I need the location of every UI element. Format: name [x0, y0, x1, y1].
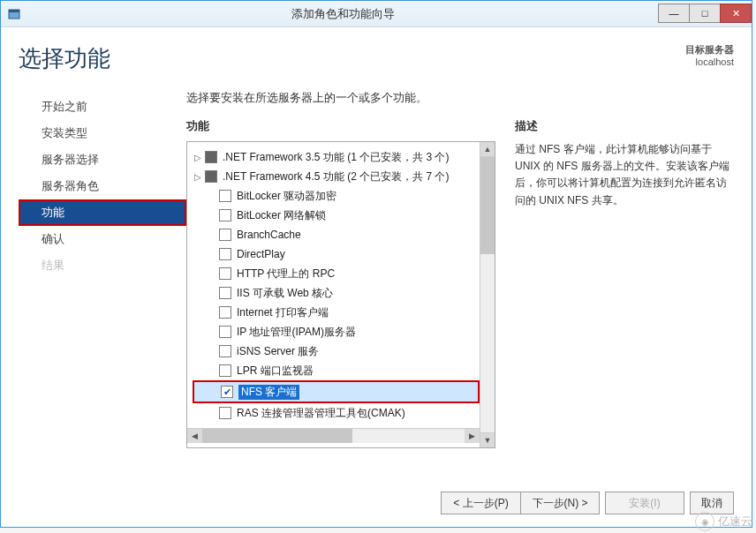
checkbox[interactable] — [219, 306, 231, 319]
scroll-up-icon[interactable]: ▲ — [480, 142, 495, 157]
target-server-value: localhost — [685, 56, 734, 67]
scroll-left-icon[interactable]: ◀ — [187, 429, 202, 443]
features-tree-container: ▷.NET Framework 3.5 功能 (1 个已安装，共 3 个)▷.N… — [186, 141, 495, 448]
checkbox[interactable] — [219, 190, 231, 202]
checkbox[interactable] — [219, 287, 231, 299]
window-title: 添加角色和功能向导 — [27, 6, 659, 22]
checkbox[interactable] — [221, 386, 233, 398]
body-row: 开始之前 安装类型 服务器选择 服务器角色 功能 确认 结果 选择要安装在所选服… — [19, 90, 734, 514]
tree-item-label: HTTP 代理上的 RPC — [237, 266, 335, 282]
checkbox[interactable] — [219, 407, 231, 419]
wizard-window: 添加角色和功能向导 — □ ✕ 选择功能 目标服务器 localhost 开始之… — [0, 0, 752, 528]
sidebar-item-confirm[interactable]: 确认 — [19, 226, 186, 252]
horizontal-scrollbar[interactable]: ◀ ▶ — [187, 428, 480, 443]
tree-item-label: iSNS Server 服务 — [237, 344, 319, 359]
tree-row[interactable]: NFS 客户端 — [194, 382, 478, 402]
tree-item-label: IIS 可承载 Web 核心 — [237, 286, 333, 301]
nav-button-group: < 上一步(P) 下一步(N) > — [441, 492, 600, 514]
description-column: 描述 通过 NFS 客户端，此计算机能够访问基于 UNIX 的 NFS 服务器上… — [495, 118, 734, 479]
features-column: 功能 ▷.NET Framework 3.5 功能 (1 个已安装，共 3 个)… — [186, 118, 495, 479]
previous-button[interactable]: < 上一步(P) — [441, 492, 520, 514]
target-server-box: 目标服务器 localhost — [685, 43, 734, 67]
checkbox[interactable] — [219, 326, 231, 338]
minimize-button[interactable]: — — [658, 4, 690, 23]
columns: 功能 ▷.NET Framework 3.5 功能 (1 个已安装，共 3 个)… — [186, 118, 734, 479]
tree-item-label: BitLocker 网络解锁 — [237, 208, 326, 223]
instruction-text: 选择要安装在所选服务器上的一个或多个功能。 — [186, 90, 734, 106]
features-tree-scroll: ▷.NET Framework 3.5 功能 (1 个已安装，共 3 个)▷.N… — [187, 142, 480, 447]
checkbox[interactable] — [219, 209, 231, 221]
tree-item-label: IP 地址管理(IPAM)服务器 — [237, 325, 356, 340]
app-icon — [1, 8, 27, 20]
checkbox[interactable] — [205, 170, 217, 183]
tree-row[interactable]: DirectPlay — [193, 244, 480, 264]
tree-item-label: RAS 连接管理器管理工具包(CMAK) — [237, 406, 405, 421]
expander-icon[interactable]: ▷ — [193, 172, 203, 182]
tree-row[interactable]: RAS 连接管理器管理工具包(CMAK) — [193, 403, 480, 423]
sidebar-item-server-roles[interactable]: 服务器角色 — [19, 173, 186, 199]
checkbox[interactable] — [219, 364, 231, 377]
tree-row[interactable]: LPR 端口监视器 — [193, 361, 480, 380]
h-scroll-thumb[interactable] — [202, 429, 352, 443]
cancel-button[interactable]: 取消 — [690, 492, 734, 514]
footer-buttons: < 上一步(P) 下一步(N) > 安装(I) 取消 — [186, 479, 734, 514]
scroll-down-icon[interactable]: ▼ — [480, 432, 495, 447]
main-panel: 选择要安装在所选服务器上的一个或多个功能。 功能 ▷.NET Framework… — [186, 90, 734, 514]
tree-row[interactable]: BitLocker 网络解锁 — [193, 206, 480, 225]
tree-row[interactable]: BitLocker 驱动器加密 — [193, 186, 480, 206]
vertical-scrollbar[interactable]: ▲ ▼ — [480, 142, 495, 447]
sidebar-item-server-select[interactable]: 服务器选择 — [19, 146, 186, 173]
checkbox[interactable] — [219, 345, 231, 357]
content-area: 选择功能 目标服务器 localhost 开始之前 安装类型 服务器选择 服务器… — [1, 27, 752, 527]
highlighted-selection: NFS 客户端 — [193, 380, 480, 403]
titlebar: 添加角色和功能向导 — □ ✕ — [1, 1, 752, 27]
sidebar-item-results: 结果 — [19, 252, 186, 279]
features-tree[interactable]: ▷.NET Framework 3.5 功能 (1 个已安装，共 3 个)▷.N… — [187, 142, 480, 428]
checkbox[interactable] — [205, 151, 217, 163]
tree-item-label: BranchCache — [237, 229, 301, 241]
tree-row[interactable]: ▷.NET Framework 3.5 功能 (1 个已安装，共 3 个) — [193, 147, 480, 167]
tree-row[interactable]: HTTP 代理上的 RPC — [193, 264, 480, 283]
description-label: 描述 — [515, 118, 734, 134]
sidebar-item-features[interactable]: 功能 — [19, 199, 186, 226]
tree-row[interactable]: iSNS Server 服务 — [193, 342, 480, 361]
close-button[interactable]: ✕ — [720, 4, 752, 23]
svg-rect-1 — [9, 10, 19, 12]
tree-row[interactable]: BranchCache — [193, 225, 480, 244]
page-title: 选择功能 — [19, 43, 110, 74]
tree-row[interactable]: Internet 打印客户端 — [193, 303, 480, 322]
target-server-label: 目标服务器 — [685, 43, 734, 56]
description-text: 通过 NFS 客户端，此计算机能够访问基于 UNIX 的 NFS 服务器上的文件… — [515, 141, 734, 209]
install-button: 安装(I) — [605, 492, 684, 514]
tree-item-label: Internet 打印客户端 — [237, 305, 329, 320]
tree-row[interactable]: IP 地址管理(IPAM)服务器 — [193, 322, 480, 342]
v-scroll-thumb[interactable] — [480, 157, 495, 254]
tree-row[interactable]: IIS 可承载 Web 核心 — [193, 283, 480, 303]
tree-item-label: BitLocker 驱动器加密 — [237, 189, 336, 204]
wizard-sidebar: 开始之前 安装类型 服务器选择 服务器角色 功能 确认 结果 — [19, 90, 186, 514]
features-label: 功能 — [186, 118, 495, 134]
tree-item-label: .NET Framework 3.5 功能 (1 个已安装，共 3 个) — [223, 150, 449, 165]
maximize-button[interactable]: □ — [689, 4, 721, 23]
window-buttons: — □ ✕ — [659, 4, 752, 23]
expander-icon[interactable]: ▷ — [193, 153, 203, 162]
sidebar-item-before-begin[interactable]: 开始之前 — [19, 94, 186, 120]
tree-row[interactable]: ▷.NET Framework 4.5 功能 (2 个已安装，共 7 个) — [193, 167, 480, 186]
h-scroll-track[interactable] — [202, 429, 465, 443]
checkbox[interactable] — [219, 267, 231, 280]
tree-item-label: NFS 客户端 — [238, 385, 299, 400]
checkbox[interactable] — [219, 248, 231, 260]
sidebar-item-install-type[interactable]: 安装类型 — [19, 120, 186, 146]
next-button[interactable]: 下一步(N) > — [520, 492, 600, 514]
scroll-right-icon[interactable]: ▶ — [465, 429, 480, 443]
tree-item-label: DirectPlay — [237, 248, 285, 260]
checkbox[interactable] — [219, 229, 231, 241]
tree-item-label: LPR 端口监视器 — [237, 364, 314, 379]
header-row: 选择功能 目标服务器 localhost — [19, 43, 734, 74]
tree-item-label: .NET Framework 4.5 功能 (2 个已安装，共 7 个) — [223, 169, 449, 184]
